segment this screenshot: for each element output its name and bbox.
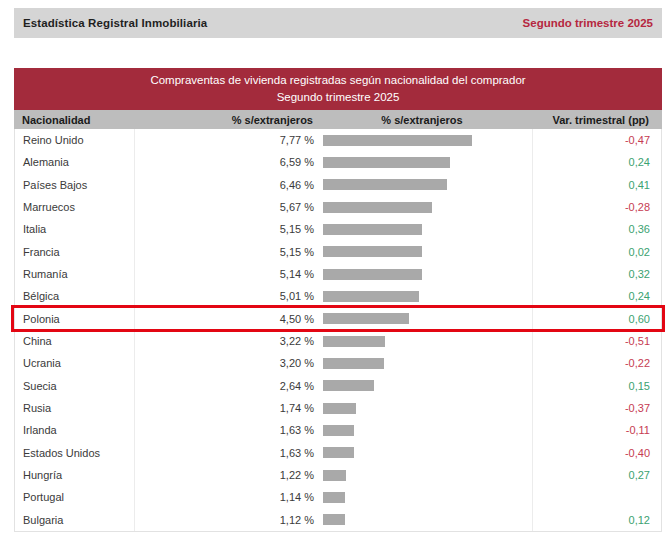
column-header-pct-bars: % s/extranjeros	[313, 114, 531, 126]
table-title-banner: Compraventas de vivienda registradas seg…	[14, 68, 662, 110]
nationality-label: Países Bajos	[15, 179, 134, 191]
column-divider	[134, 129, 135, 531]
bar-cell	[314, 425, 532, 436]
pct-bar	[323, 358, 384, 369]
bar-cell	[314, 380, 532, 391]
quarterly-variation-value: 0,32	[532, 268, 663, 280]
nationality-label: Reino Unido	[15, 134, 134, 146]
table-row: Rusia1,74 %-0,37	[15, 397, 661, 419]
quarterly-variation-value: -0,40	[532, 447, 663, 459]
column-header-var-trimestral: Var. trimestral (pp)	[531, 114, 662, 126]
table-title-line1: Compraventas de vivienda registradas seg…	[14, 74, 662, 86]
bar-cell	[314, 403, 532, 414]
quarterly-variation-value: 0,24	[532, 156, 663, 168]
pct-bar	[323, 425, 354, 436]
bar-cell	[314, 313, 532, 324]
quarterly-variation-value: 0,12	[532, 514, 663, 526]
bar-cell	[314, 157, 532, 168]
table-title-line2: Segundo trimestre 2025	[14, 91, 662, 103]
table-row: Países Bajos6,46 %0,41	[15, 174, 661, 196]
pct-bar	[323, 291, 419, 302]
pct-bar	[323, 514, 345, 525]
pct-bar	[323, 135, 472, 146]
pct-foreigners-value: 7,77 %	[134, 134, 314, 146]
table-row: Hungría1,22 %0,27	[15, 464, 661, 486]
bar-cell	[314, 447, 532, 458]
table-row: Reino Unido7,77 %-0,47	[15, 129, 661, 151]
report-title: Estadística Registral Inmobiliaria	[23, 17, 207, 29]
nationality-label: Suecia	[15, 380, 134, 392]
nationality-label: Hungría	[15, 469, 134, 481]
pct-bar	[323, 313, 409, 324]
quarterly-variation-value: 0,02	[532, 246, 663, 258]
pct-foreigners-value: 6,46 %	[134, 179, 314, 191]
nationality-label: Ucrania	[15, 357, 134, 369]
nationality-label: Irlanda	[15, 424, 134, 436]
column-header-nacionalidad: Nacionalidad	[14, 114, 133, 126]
pct-foreigners-value: 3,22 %	[134, 335, 314, 347]
quarterly-variation-value: 0,60	[532, 313, 663, 325]
quarterly-variation-value: 0,27	[532, 469, 663, 481]
pct-bar	[323, 492, 345, 503]
bar-cell	[314, 246, 532, 257]
pct-foreigners-value: 2,64 %	[134, 380, 314, 392]
table-row: Portugal1,14 %	[15, 486, 661, 508]
pct-bar	[323, 336, 385, 347]
pct-bar	[323, 246, 422, 257]
nationality-label: China	[15, 335, 134, 347]
bar-cell	[314, 358, 532, 369]
table-row: Bélgica5,01 %0,24	[15, 285, 661, 307]
bar-cell	[314, 470, 532, 481]
pct-bar	[323, 403, 356, 414]
nationality-label: Rumanía	[15, 268, 134, 280]
table-row: Francia5,15 %0,02	[15, 241, 661, 263]
nationality-label: Alemania	[15, 156, 134, 168]
nationality-label: Marruecos	[15, 201, 134, 213]
pct-bar	[323, 224, 422, 235]
quarterly-variation-value: 0,24	[532, 290, 663, 302]
nationality-label: Francia	[15, 246, 134, 258]
pct-bar	[323, 157, 450, 168]
table-row: China3,22 %-0,51	[15, 330, 661, 352]
pct-foreigners-value: 5,15 %	[134, 223, 314, 235]
pct-foreigners-value: 5,14 %	[134, 268, 314, 280]
bar-cell	[314, 179, 532, 190]
top-header-bar: Estadística Registral Inmobiliaria Segun…	[14, 8, 662, 38]
table-row: Rumanía5,14 %0,32	[15, 263, 661, 285]
nationality-label: Portugal	[15, 491, 134, 503]
bar-cell	[314, 514, 532, 525]
table-row: Ucrania3,20 %-0,22	[15, 352, 661, 374]
nationality-label: Estados Unidos	[15, 447, 134, 459]
pct-bar	[323, 202, 432, 213]
pct-foreigners-value: 1,12 %	[134, 514, 314, 526]
bar-cell	[314, 269, 532, 280]
bar-cell	[314, 336, 532, 347]
report-period: Segundo trimestre 2025	[523, 17, 653, 29]
pct-foreigners-value: 3,20 %	[134, 357, 314, 369]
nationality-label: Italia	[15, 223, 134, 235]
pct-foreigners-value: 5,01 %	[134, 290, 314, 302]
quarterly-variation-value: 0,36	[532, 223, 663, 235]
pct-bar	[323, 447, 354, 458]
bar-cell	[314, 291, 532, 302]
quarterly-variation-value: 0,15	[532, 380, 663, 392]
table-rows: Reino Unido7,77 %-0,47Alemania6,59 %0,24…	[14, 129, 662, 532]
table-row: Bulgaria1,12 %0,12	[15, 509, 661, 531]
pct-foreigners-value: 4,50 %	[134, 313, 314, 325]
pct-bar	[323, 380, 374, 391]
bar-cell	[314, 224, 532, 235]
column-header-row: Nacionalidad % s/extranjeros % s/extranj…	[14, 110, 662, 129]
nationality-label: Bulgaria	[15, 514, 134, 526]
bar-cell	[314, 135, 532, 146]
quarterly-variation-value: 0,41	[532, 179, 663, 191]
quarterly-variation-value: -0,47	[532, 134, 663, 146]
table-row: Irlanda1,63 %-0,11	[15, 419, 661, 441]
table-row: Suecia2,64 %0,15	[15, 375, 661, 397]
pct-foreigners-value: 1,22 %	[134, 469, 314, 481]
table-row: Polonia4,50 %0,60	[15, 308, 661, 330]
quarterly-variation-value: -0,51	[532, 335, 663, 347]
nationality-label: Bélgica	[15, 290, 134, 302]
column-header-pct: % s/extranjeros	[133, 114, 313, 126]
quarterly-variation-value: -0,37	[532, 402, 663, 414]
pct-bar	[323, 470, 346, 481]
